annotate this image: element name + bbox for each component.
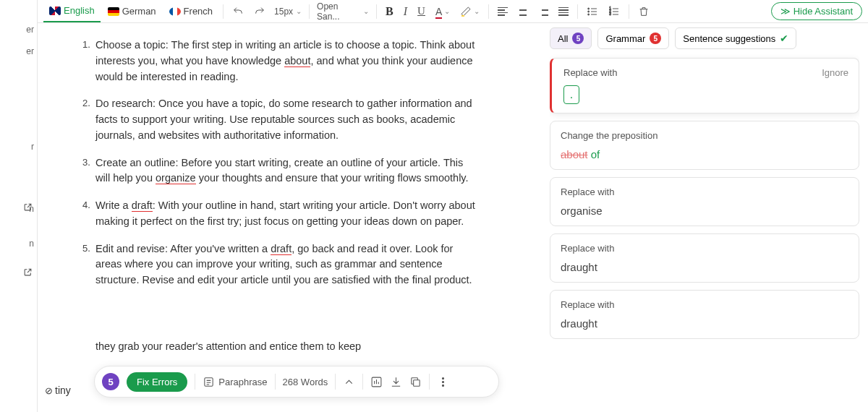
editor-toolbar: English German French 15px⌄ Open San...⌄… (38, 0, 868, 23)
svg-text:3: 3 (610, 12, 612, 16)
align-right-button[interactable] (534, 6, 553, 17)
assistant-tabs: All5 Grammar5 Sentence suggestions✔ (550, 27, 859, 49)
lang-english[interactable]: English (43, 0, 101, 22)
de-flag-icon (108, 7, 119, 16)
underline-button[interactable]: U (413, 4, 430, 19)
check-icon: ✔ (780, 33, 788, 44)
align-left-button[interactable] (493, 6, 512, 17)
delete-button[interactable] (634, 4, 654, 19)
fr-flag-icon (169, 7, 181, 16)
svg-rect-8 (414, 379, 420, 386)
chart-icon (370, 376, 383, 388)
uk-flag-icon (49, 7, 61, 15)
chevron-down-icon: ⌄ (474, 7, 480, 15)
numbered-list-button[interactable]: 123 (604, 4, 624, 19)
undo-button[interactable] (228, 4, 248, 19)
count-badge: 5 (572, 33, 584, 44)
tab-sentence[interactable]: Sentence suggestions✔ (675, 27, 796, 49)
status-floatbar: 5 Fix Errors Paraphrase 268 Words (94, 366, 499, 398)
stats-button[interactable] (370, 376, 383, 388)
tab-grammar[interactable]: Grammar5 (597, 27, 669, 49)
svg-point-10 (443, 381, 444, 382)
list-item[interactable]: Create an outline: Before you start writ… (95, 155, 479, 187)
suggestion-card-active[interactable]: Replace withIgnore . (550, 58, 859, 113)
lang-german[interactable]: German (102, 0, 162, 22)
chevron-down-icon: ⌄ (363, 7, 369, 15)
chevron-down-icon: ⌄ (296, 7, 302, 15)
external-link-icon (23, 267, 33, 277)
replacement-text: draught (561, 261, 848, 273)
copy-button[interactable] (409, 376, 422, 388)
toolbar-divider (223, 4, 224, 19)
paraphrase-icon (203, 376, 215, 388)
replacement-text: organise (561, 205, 848, 217)
chevron-up-icon (343, 376, 355, 388)
strike-text: about (561, 148, 588, 160)
external-link-icon (23, 202, 33, 212)
hide-assistant-button[interactable]: ≫ Hide Assistant (771, 2, 862, 20)
copy-icon (409, 376, 422, 388)
trailing-text[interactable]: they grab your reader's attention and en… (95, 339, 479, 355)
grammar-error[interactable]: draft (132, 199, 153, 212)
tab-all[interactable]: All5 (550, 27, 592, 49)
list-item[interactable]: Choose a topic: The first step in writin… (95, 38, 479, 85)
svg-point-9 (443, 377, 444, 379)
expand-up-button[interactable] (343, 376, 355, 388)
grammar-error[interactable]: organize (156, 172, 196, 184)
error-count-badge[interactable]: 5 (102, 373, 119, 390)
suggestion-card[interactable]: Change the preposition about of (550, 121, 859, 170)
replacement-text: of (591, 148, 600, 160)
bold-button[interactable]: B (381, 4, 398, 20)
replacement-text: draught (561, 317, 848, 330)
italic-button[interactable]: I (399, 4, 412, 20)
highlight-button[interactable]: ⌄ (456, 4, 484, 19)
align-justify-button[interactable] (554, 6, 573, 17)
svg-point-0 (588, 8, 590, 9)
suggestion-card[interactable]: Replace with draught (550, 290, 859, 339)
list-item[interactable]: Do research: Once you have a topic, do s… (95, 96, 479, 143)
suggestion-card[interactable]: Replace with organise (550, 177, 859, 226)
list-item[interactable]: Write a draft: With your outline in hand… (95, 198, 479, 230)
svg-point-2 (588, 14, 590, 15)
ignore-button[interactable]: Ignore (822, 67, 848, 78)
align-center-button[interactable] (514, 6, 532, 17)
svg-point-1 (588, 11, 590, 12)
grammar-error[interactable]: about (284, 55, 310, 67)
text-color-button[interactable]: A⌄ (431, 4, 454, 19)
list-item[interactable]: Edit and revise: After you've written a … (95, 241, 479, 288)
bullet-list-button[interactable] (582, 4, 603, 19)
more-vertical-icon (437, 376, 449, 388)
download-icon (390, 376, 402, 388)
count-badge: 5 (650, 33, 661, 44)
card-title: Replace with (563, 67, 617, 78)
svg-point-11 (443, 385, 444, 386)
editor-content[interactable]: Choose a topic: The first step in writin… (38, 23, 508, 412)
suggestion-value[interactable]: . (563, 85, 579, 104)
chevron-right-double-icon: ≫ (780, 6, 791, 17)
assistant-panel: All5 Grammar5 Sentence suggestions✔ Repl… (550, 27, 859, 412)
font-family-select[interactable]: Open San...⌄ (314, 0, 372, 23)
redo-button[interactable] (250, 4, 270, 19)
more-menu-button[interactable] (437, 376, 449, 388)
lang-french[interactable]: French (163, 0, 218, 22)
chevron-down-icon: ⌄ (444, 7, 450, 15)
word-count[interactable]: 268 Words (283, 377, 328, 387)
tiny-logo: tiny (45, 385, 71, 396)
fix-errors-button[interactable]: Fix Errors (127, 372, 187, 392)
left-sidebar-fragment: er er r n n (0, 0, 38, 412)
font-size-select[interactable]: 15px⌄ (271, 5, 305, 18)
download-button[interactable] (390, 376, 402, 388)
suggestion-card[interactable]: Replace with draught (550, 233, 859, 283)
grammar-error[interactable]: draft (271, 243, 292, 255)
paraphrase-button[interactable]: Paraphrase (203, 376, 267, 388)
